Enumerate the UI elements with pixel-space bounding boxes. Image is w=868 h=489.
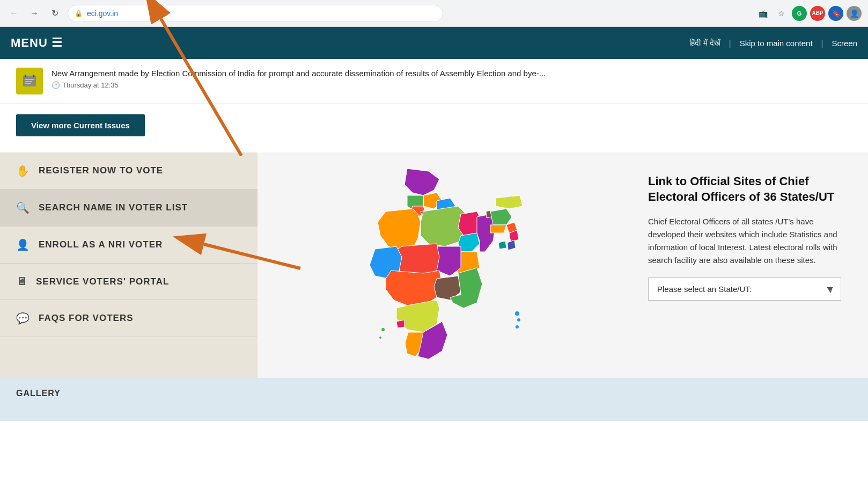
sidebar-label-service: SERVICE VOTERS' PORTAL [36, 276, 169, 287]
state-select-wrapper[interactable]: Please select an State/UT: Andhra Prades… [648, 278, 841, 301]
view-more-button[interactable]: View more Current Issues [16, 114, 145, 136]
screen-link[interactable]: Screen [832, 39, 857, 48]
news-banner: New Arrangement made by Election Commiss… [0, 59, 868, 104]
separator-2: | [821, 39, 823, 48]
india-map [354, 163, 536, 367]
sidebar-item-nri[interactable]: 👤 ENROLL AS A NRI VOTER [0, 227, 258, 264]
svg-rect-0 [23, 76, 36, 86]
extension-icon[interactable]: 🔖 [828, 6, 843, 21]
panel-description: Chief Electoral Officers of all states /… [648, 215, 847, 267]
menu-button[interactable]: MENU ☰ [11, 36, 63, 50]
svg-point-8 [516, 325, 519, 329]
search-icon: 🔍 [16, 201, 30, 214]
sidebar-item-service[interactable]: 🖥 SERVICE VOTERS' PORTAL [0, 264, 258, 300]
faqs-icon: 💬 [16, 312, 30, 325]
svg-rect-2 [33, 75, 34, 77]
url-text: eci.gov.in [87, 9, 118, 18]
separator-1: | [729, 39, 731, 48]
state-select[interactable]: Please select an State/UT: Andhra Prades… [648, 278, 841, 301]
bookmark-icon[interactable]: ☆ [774, 6, 789, 21]
panel-title: Link to Official Sites of Chief Electora… [648, 174, 847, 205]
skip-to-main-link[interactable]: Skip to main content [740, 39, 813, 48]
address-bar[interactable]: 🔒 eci.gov.in [68, 5, 443, 22]
sidebar-label-nri: ENROLL AS A NRI VOTER [39, 239, 163, 250]
news-title: New Arrangement made by Election Commiss… [52, 68, 852, 79]
top-nav-links: हिंदी में देखें | Skip to main content |… [689, 38, 857, 48]
profile-avatar[interactable]: 👤 [847, 6, 862, 21]
gallery-section: GALLERY [0, 378, 868, 421]
sidebar-item-search[interactable]: 🔍 SEARCH NAME IN VOTER LIST [0, 189, 258, 227]
sidebar-label-register: REGISTER NOW TO VOTE [39, 165, 163, 176]
reload-button[interactable]: ↻ [47, 6, 62, 21]
lock-icon: 🔒 [75, 10, 83, 17]
svg-point-6 [515, 311, 519, 316]
gallery-title: GALLERY [16, 389, 852, 398]
grammarly-icon[interactable]: G [792, 6, 807, 21]
sidebar: ✋ REGISTER NOW TO VOTE 🔍 SEARCH NAME IN … [0, 152, 258, 378]
sidebar-label-faqs: FAQS FOR VOTERS [39, 313, 134, 324]
top-navigation: MENU ☰ हिंदी में देखें | Skip to main co… [0, 27, 868, 59]
register-icon: ✋ [16, 164, 30, 177]
hindi-link[interactable]: हिंदी में देखें [689, 38, 720, 48]
browser-chrome: ← → ↻ 🔒 eci.gov.in 📺 ☆ G ABP 🔖 👤 [0, 0, 868, 27]
svg-point-9 [381, 328, 385, 331]
cast-icon[interactable]: 📺 [755, 6, 770, 21]
sidebar-item-faqs[interactable]: 💬 FAQS FOR VOTERS [0, 300, 258, 337]
adblock-icon[interactable]: ABP [810, 6, 825, 21]
right-panel: Link to Official Sites of Chief Electora… [632, 152, 868, 378]
nri-icon: 👤 [16, 238, 30, 251]
sidebar-item-register[interactable]: ✋ REGISTER NOW TO VOTE [0, 152, 258, 189]
clock-icon: 🕐 [52, 81, 60, 89]
service-icon: 🖥 [16, 275, 27, 288]
back-button[interactable]: ← [6, 6, 21, 21]
map-area [258, 152, 632, 378]
svg-point-10 [379, 337, 381, 339]
svg-rect-1 [25, 75, 26, 77]
main-content: ✋ REGISTER NOW TO VOTE 🔍 SEARCH NAME IN … [0, 152, 868, 378]
news-time: 🕐 Thursday at 12:35 [52, 81, 852, 89]
news-icon [16, 68, 43, 94]
news-content: New Arrangement made by Election Commiss… [52, 68, 852, 89]
forward-button[interactable]: → [27, 6, 42, 21]
svg-point-7 [517, 318, 520, 322]
sidebar-label-search: SEARCH NAME IN VOTER LIST [39, 202, 188, 213]
browser-actions: 📺 ☆ G ABP 🔖 👤 [755, 6, 862, 21]
